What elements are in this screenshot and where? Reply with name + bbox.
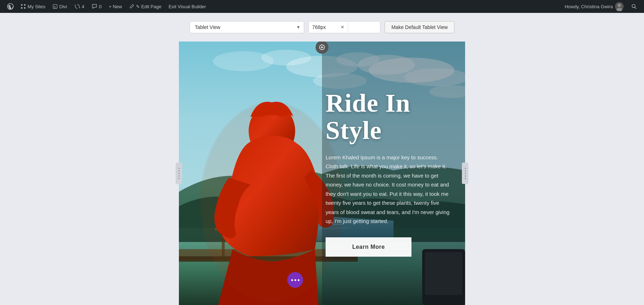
width-input[interactable] <box>309 21 337 33</box>
hero-body-text: Lorem Khaled Ipsum is a major key to suc… <box>326 153 451 226</box>
my-sites-icon <box>21 4 26 9</box>
user-greeting[interactable]: Howdy, Christina Gwira <box>562 0 627 13</box>
svg-point-3 <box>21 7 23 9</box>
updates-icon <box>74 4 80 9</box>
svg-point-4 <box>24 7 25 9</box>
width-input-wrapper: × <box>308 21 380 33</box>
right-resize-handle[interactable] <box>462 163 468 184</box>
width-clear-button[interactable]: × <box>337 24 348 30</box>
edit-icon <box>129 4 134 9</box>
hero-content: Ride In Style Lorem Khaled Ipsum is a ma… <box>315 42 465 305</box>
admin-bar: My Sites D Divi 4 0 + New ✎ Edit Page Ex… <box>0 0 644 13</box>
divi-link[interactable]: D Divi <box>50 0 70 13</box>
svg-point-2 <box>24 4 25 6</box>
svg-point-8 <box>618 4 621 7</box>
svg-line-11 <box>635 7 636 9</box>
edit-page-link[interactable]: ✎ Edit Page <box>126 0 164 13</box>
svg-point-22 <box>213 51 274 71</box>
toolbar: Tablet View Desktop View Mobile View ▼ ×… <box>0 13 644 42</box>
user-greeting-text: Howdy, Christina Gwira <box>565 4 613 9</box>
svg-text:D: D <box>54 5 56 9</box>
my-sites-label: My Sites <box>28 4 45 9</box>
handle-dots-left <box>179 168 180 179</box>
divi-label: Divi <box>59 4 67 9</box>
svg-point-10 <box>632 4 635 8</box>
extra-width-input[interactable] <box>348 21 380 33</box>
admin-bar-right: Howdy, Christina Gwira <box>562 0 640 13</box>
comments-count: 0 <box>99 4 102 9</box>
updates-link[interactable]: 4 <box>72 0 87 13</box>
wp-logo-link[interactable] <box>4 0 16 13</box>
wp-logo-icon <box>7 3 14 10</box>
exit-builder-label: Exit Visual Builder <box>169 4 206 9</box>
floating-dots-button[interactable] <box>287 272 303 288</box>
view-select[interactable]: Tablet View Desktop View Mobile View <box>190 21 304 33</box>
new-content-link[interactable]: + New <box>106 0 125 13</box>
comments-icon <box>92 4 97 9</box>
make-default-button[interactable]: Make Default Tablet View <box>385 21 454 33</box>
avatar-icon <box>615 2 624 11</box>
hero-section: Ride In Style Lorem Khaled Ipsum is a ma… <box>179 42 465 305</box>
canvas-area: Ride In Style Lorem Khaled Ipsum is a ma… <box>0 42 644 305</box>
comments-link[interactable]: 0 <box>89 0 104 13</box>
updates-count: 4 <box>82 4 84 9</box>
edit-page-label: ✎ Edit Page <box>136 4 161 9</box>
new-label: + New <box>109 4 122 9</box>
left-resize-handle[interactable] <box>176 163 182 184</box>
learn-more-button[interactable]: Learn More <box>326 237 411 257</box>
exit-builder-link[interactable]: Exit Visual Builder <box>166 0 209 13</box>
handle-dots-right <box>465 168 466 179</box>
tablet-preview: Ride In Style Lorem Khaled Ipsum is a ma… <box>179 42 465 305</box>
search-icon <box>631 4 637 9</box>
my-sites-link[interactable]: My Sites <box>18 0 48 13</box>
search-link[interactable] <box>628 0 640 13</box>
svg-point-1 <box>21 4 23 6</box>
toggle-icon <box>319 44 325 50</box>
divi-icon: D <box>53 4 58 9</box>
hero-title: Ride In Style <box>326 90 451 144</box>
view-select-wrapper: Tablet View Desktop View Mobile View ▼ <box>190 21 304 33</box>
dots-icon <box>291 279 299 281</box>
